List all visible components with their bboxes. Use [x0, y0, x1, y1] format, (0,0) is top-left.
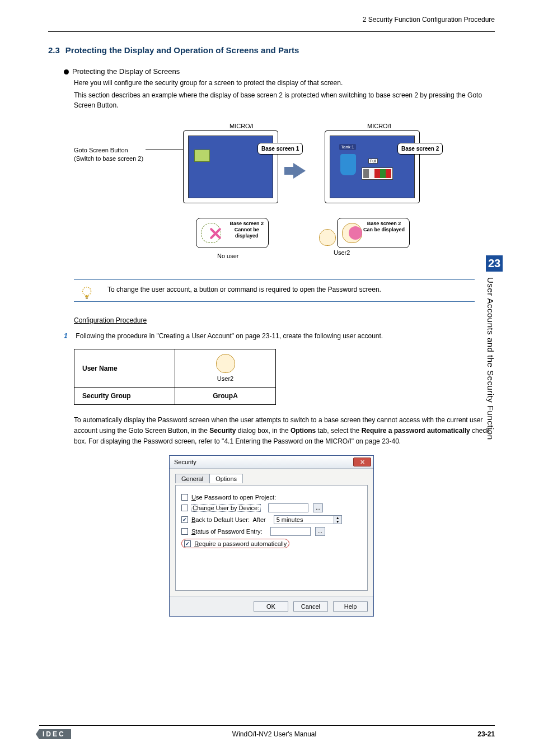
- back-default-value[interactable]: [274, 515, 334, 524]
- options-panel: UUse Password to open Project:se Passwor…: [175, 485, 368, 591]
- header-breadcrumb: 2 Security Function Configuration Proced…: [48, 16, 495, 24]
- tab-general[interactable]: General: [175, 474, 209, 483]
- table-row: User Name User2: [74, 349, 276, 388]
- change-user-device-field[interactable]: [268, 503, 308, 512]
- dialog-button-row: OK Cancel Help: [170, 596, 373, 616]
- bullet-icon: [64, 69, 69, 74]
- tip-text: To change the user account, a button or …: [107, 286, 381, 293]
- cell-secgroup-label: Security Group: [74, 388, 175, 405]
- page-footer: IDEC WindO/I-NV2 User's Manual 23-21: [39, 725, 495, 739]
- checkbox-use-password[interactable]: [181, 494, 188, 501]
- device-right: Tank 1 Full: [325, 130, 420, 203]
- diagram: Goto Screen Button (Switch to base scree…: [74, 123, 495, 274]
- status-entry-field[interactable]: [270, 527, 311, 536]
- goto-button-label: Goto Screen Button (Switch to base scree…: [74, 146, 143, 164]
- checkbox-change-user[interactable]: [181, 505, 188, 511]
- ok-circle-icon: [349, 226, 362, 240]
- cell-username-label: User Name: [74, 349, 175, 388]
- auto-password-paragraph: To automatically display the Password sc…: [74, 415, 495, 447]
- user2-face-icon-outer: [319, 229, 336, 246]
- arrow-right-icon: [293, 163, 306, 179]
- label-change-user: Change User by Device:: [191, 505, 260, 511]
- user-account-table: User Name User2 Security Group GroupA: [74, 349, 276, 405]
- page-number: 23-21: [477, 730, 495, 738]
- header-divider: [48, 31, 495, 32]
- micro-label-right: MICRO/I: [367, 123, 391, 129]
- tab-options[interactable]: Options: [209, 474, 243, 483]
- label-use-password: UUse Password to open Project:se Passwor…: [191, 494, 276, 501]
- cancel-button[interactable]: Cancel: [293, 601, 328, 612]
- goto-screen-button-icon: [194, 150, 210, 162]
- change-user-browse-button[interactable]: ...: [313, 503, 323, 512]
- label-require-auto: Require a password automatically: [193, 540, 287, 547]
- manual-title: WindO/I-NV2 User's Manual: [232, 730, 316, 738]
- meters-icon: [362, 167, 393, 180]
- section-number: 2.3: [48, 45, 60, 55]
- svg-point-0: [83, 287, 91, 296]
- label-status-entry: Status of Password Entry:: [191, 528, 263, 535]
- idec-logo: IDEC: [39, 729, 71, 739]
- step-1-text: Following the procedure in "Creating a U…: [76, 332, 383, 340]
- dialog-title-text: Security: [174, 459, 196, 465]
- cell-secgroup-value: GroupA: [175, 388, 276, 405]
- card-cannot-display: Base screen 2 Cannot be displayed: [196, 218, 269, 248]
- callout-base-screen-1: Base screen 1: [257, 143, 303, 155]
- x-mark-icon: [209, 227, 221, 240]
- device-left: [183, 130, 278, 203]
- config-procedure-heading: Configuration Procedure: [74, 316, 495, 324]
- subsection-heading: Protecting the Display of Screens: [64, 67, 495, 76]
- card-right-text: Base screen 2 Can be displayed: [363, 221, 405, 233]
- checkbox-require-auto[interactable]: [184, 540, 191, 547]
- step-1-number: 1: [64, 331, 74, 341]
- spinner-up-icon[interactable]: ▲: [334, 516, 341, 520]
- cell-username-value: User2: [175, 349, 276, 388]
- callout-base-screen-2: Base screen 2: [397, 143, 443, 155]
- micro-label-left: MICRO/I: [229, 123, 254, 129]
- dialog-close-button[interactable]: ✕: [353, 458, 371, 466]
- lightbulb-icon: [78, 284, 95, 301]
- subsection-title: Protecting the Display of Screens: [72, 67, 180, 76]
- tank-label: Tank 1: [339, 144, 356, 150]
- checkbox-status-entry[interactable]: [181, 528, 188, 535]
- spinner-down-icon[interactable]: ▼: [334, 520, 341, 524]
- card-can-display: Base screen 2 Can be displayed: [337, 218, 410, 248]
- label-back-default: Back to Default User: After: [191, 516, 266, 523]
- chapter-number: 23: [486, 255, 503, 272]
- back-default-spinner[interactable]: ▲▼: [274, 515, 342, 524]
- tank-icon: [340, 154, 356, 175]
- chapter-side-tab: 23 User Accounts and the Security Functi…: [486, 255, 503, 440]
- checkbox-back-default[interactable]: [181, 516, 188, 523]
- svg-rect-1: [86, 297, 88, 298]
- dialog-titlebar: Security ✕: [170, 456, 373, 469]
- step-1: 1 Following the procedure in "Creating a…: [64, 331, 495, 341]
- dialog-tabs: GeneralOptions: [175, 473, 368, 483]
- user-face-icon: [216, 354, 235, 373]
- highlight-oval: Require a password automatically: [181, 539, 289, 548]
- help-button[interactable]: Help: [333, 601, 368, 612]
- intro-line-1: Here you will configure the security gro…: [74, 78, 495, 88]
- intro-line-2: This section describes an example where …: [74, 90, 495, 110]
- security-dialog: Security ✕ GeneralOptions UUse Password …: [169, 455, 374, 617]
- tip-box: To change the user account, a button or …: [74, 279, 475, 302]
- table-row: Security Group GroupA: [74, 388, 276, 405]
- user2-caption: User2: [334, 249, 350, 256]
- full-tag: Full: [368, 158, 378, 164]
- ok-button[interactable]: OK: [254, 601, 288, 612]
- no-user-label: No user: [217, 253, 239, 259]
- status-entry-browse-button[interactable]: ...: [315, 527, 325, 536]
- chapter-title: User Accounts and the Security Function: [486, 272, 495, 440]
- section-title-text: Protecting the Display and Operation of …: [65, 45, 299, 55]
- section-heading: 2.3Protecting the Display and Operation …: [48, 45, 495, 55]
- card-left-text: Base screen 2 Cannot be displayed: [229, 221, 264, 239]
